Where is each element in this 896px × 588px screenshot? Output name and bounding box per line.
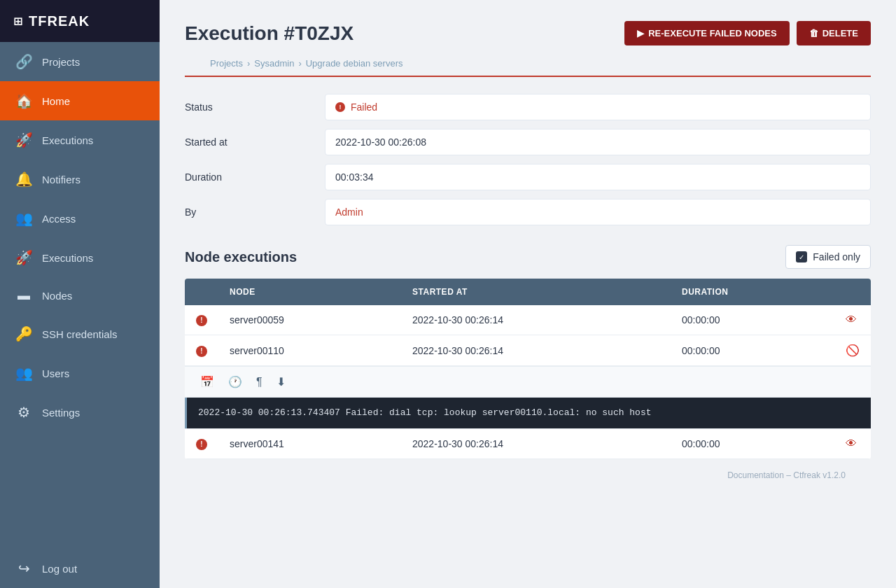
row-eye-cell: 👁 <box>834 428 871 458</box>
row-duration-cell: 00:00:00 <box>671 335 834 366</box>
log-toolbar: 📅 🕐 ¶ ⬇ <box>185 366 871 398</box>
download-button[interactable]: ⬇ <box>272 372 290 391</box>
header-actions: ▶ RE-EXECUTE FAILED NODES 🗑 DELETE <box>624 21 871 46</box>
sidebar-item-logout[interactable]: ↪ Log out <box>0 549 160 588</box>
row-eye-cell: 🚫 <box>834 335 871 366</box>
nodes-icon: ▬ <box>15 288 32 303</box>
sidebar: ⊞ TFREAK 🔗 Projects 🏠 Home 🚀 Executions … <box>0 0 160 588</box>
started-at-value: 2022-10-30 00:26:08 <box>325 129 871 155</box>
started-at: 2022-10-30 00:26:14 <box>412 438 503 449</box>
started-at-row: Started at 2022-10-30 00:26:08 <box>185 129 871 155</box>
table-row: ! server00110 2022-10-30 00:26:14 00:00:… <box>185 335 871 366</box>
re-execute-button[interactable]: ▶ RE-EXECUTE FAILED NODES <box>624 21 789 46</box>
documentation-link[interactable]: Documentation <box>727 470 784 480</box>
row-node-cell: server00141 <box>218 428 401 458</box>
status-text: Failed <box>351 102 377 113</box>
error-icon: ! <box>196 439 207 450</box>
started-at-label: Started at <box>185 130 325 155</box>
breadcrumb-sysadmin[interactable]: Sysadmin <box>254 58 294 69</box>
calendar-button[interactable]: 📅 <box>196 372 218 391</box>
sidebar-item-label: Settings <box>42 407 80 419</box>
sidebar-item-executions[interactable]: 🚀 Executions <box>0 238 160 277</box>
status-value: ! Failed <box>325 94 871 120</box>
duration: 00:00:00 <box>682 314 720 326</box>
status-label: Status <box>185 94 325 120</box>
view-icon[interactable]: 👁 <box>846 314 857 326</box>
play-icon: ▶ <box>637 28 644 38</box>
page-header: Execution #T0ZJX ▶ RE-EXECUTE FAILED NOD… <box>160 0 896 46</box>
view-icon[interactable]: 👁 <box>846 438 857 449</box>
table-body: ! server00059 2022-10-30 00:26:14 00:00:… <box>185 305 871 458</box>
by-label: By <box>185 200 325 225</box>
duration: 00:00:00 <box>682 345 720 356</box>
failed-only-label: Failed only <box>813 251 860 262</box>
breadcrumb-projects[interactable]: Projects <box>210 58 243 69</box>
sidebar-item-label: Projects <box>42 56 80 68</box>
footer-ver: v1.2.0 <box>822 470 846 480</box>
node-name: server00141 <box>230 438 284 449</box>
execution-details: Status ! Failed Started at 2022-10-30 00… <box>185 94 871 225</box>
table-row: ! server00059 2022-10-30 00:26:14 00:00:… <box>185 305 871 335</box>
breadcrumb-sep1: › <box>247 58 250 69</box>
col-status <box>185 279 218 305</box>
delete-button[interactable]: 🗑 DELETE <box>797 21 871 46</box>
status-row: Status ! Failed <box>185 94 871 120</box>
started-at: 2022-10-30 00:26:14 <box>412 345 503 356</box>
logo-symbol: ⊞ <box>14 13 23 29</box>
users-icon: 👥 <box>15 210 32 227</box>
delete-label: DELETE <box>822 28 858 38</box>
row-status-cell: ! <box>185 305 218 335</box>
bell-icon: 🔔 <box>15 171 32 188</box>
sidebar-item-executions-top[interactable]: 🚀 Executions <box>0 120 160 160</box>
table-header-row: NODE STARTED AT DURATION <box>185 279 871 305</box>
checkbox-checked-icon: ✓ <box>796 251 807 262</box>
sidebar-item-home[interactable]: 🏠 Home <box>0 81 160 120</box>
projects-icon: 🔗 <box>15 53 32 70</box>
by-row: By Admin <box>185 199 871 225</box>
home-icon: 🏠 <box>15 92 32 109</box>
duration-value: 00:03:34 <box>325 164 871 190</box>
sidebar-item-ssh-credentials[interactable]: 🔑 SSH credentials <box>0 314 160 354</box>
rocket2-icon: 🚀 <box>15 249 32 266</box>
users2-icon: 👥 <box>15 365 32 382</box>
row-eye-cell: 👁 <box>834 305 871 335</box>
status-icon: ! <box>335 102 345 112</box>
row-status-cell: ! <box>185 428 218 458</box>
sidebar-item-label: Access <box>42 213 76 225</box>
sidebar-item-label: Executions <box>42 252 93 264</box>
sidebar-item-label: SSH credentials <box>42 328 118 340</box>
paragraph-button[interactable]: ¶ <box>252 372 267 391</box>
sidebar-item-label: Nodes <box>42 290 72 302</box>
row-status-cell: ! <box>185 335 218 366</box>
sidebar-item-label: Executions <box>42 134 93 146</box>
content-area: Status ! Failed Started at 2022-10-30 00… <box>160 77 896 588</box>
node-executions-header: Node executions ✓ Failed only <box>185 245 871 269</box>
sidebar-item-settings[interactable]: ⚙ Settings <box>0 393 160 432</box>
sidebar-item-users[interactable]: 👥 Users <box>0 354 160 393</box>
footer-app: Ctfreak v1.2.0 <box>793 470 846 480</box>
sidebar-item-access[interactable]: 👥 Access <box>0 199 160 238</box>
breadcrumb-current: Upgrade debian servers <box>306 58 403 69</box>
logo-text: TFREAK <box>29 13 90 29</box>
duration: 00:00:00 <box>682 438 720 449</box>
settings-icon: ⚙ <box>15 404 32 421</box>
sidebar-item-projects[interactable]: 🔗 Projects <box>0 42 160 81</box>
footer-sep: – <box>786 470 791 480</box>
sidebar-item-nodes[interactable]: ▬ Nodes <box>0 277 160 314</box>
re-execute-label: RE-EXECUTE FAILED NODES <box>648 28 776 38</box>
error-icon: ! <box>196 315 207 326</box>
table-header: NODE STARTED AT DURATION <box>185 279 871 305</box>
key-icon: 🔑 <box>15 326 32 342</box>
main-content: Execution #T0ZJX ▶ RE-EXECUTE FAILED NOD… <box>160 0 896 588</box>
row-started-cell: 2022-10-30 00:26:14 <box>401 335 671 366</box>
row-started-cell: 2022-10-30 00:26:14 <box>401 428 671 458</box>
row-started-cell: 2022-10-30 00:26:14 <box>401 305 671 335</box>
failed-only-toggle[interactable]: ✓ Failed only <box>785 245 871 269</box>
sidebar-item-notifiers[interactable]: 🔔 Notifiers <box>0 160 160 199</box>
trash-icon: 🗑 <box>809 28 818 38</box>
sidebar-item-label: Notifiers <box>42 174 80 186</box>
clock-button[interactable]: 🕐 <box>224 372 246 391</box>
col-actions <box>834 279 871 305</box>
row-node-cell: server00059 <box>218 305 401 335</box>
hide-icon[interactable]: 🚫 <box>846 344 860 356</box>
